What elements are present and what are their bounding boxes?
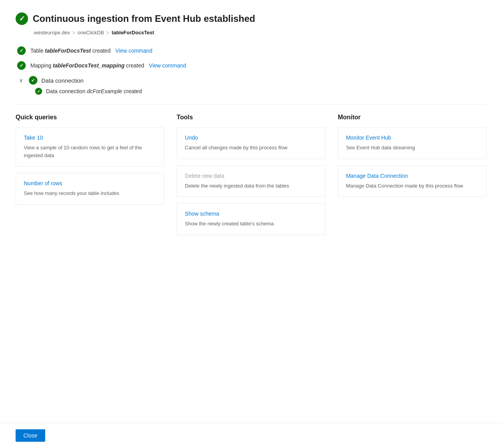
- monitor-section: Monitor Monitor Event Hub See Event Hub …: [338, 114, 486, 241]
- tools-section: Tools Undo Cancel all changes made by th…: [177, 114, 325, 241]
- table-name: tableForDocsTest: [45, 48, 91, 54]
- header-row: Continuous ingestion from Event Hub esta…: [16, 12, 486, 25]
- table-created-row: Table tableForDocsTest created View comm…: [17, 46, 486, 55]
- page-title: Continuous ingestion from Event Hub esta…: [33, 13, 255, 24]
- dc-name: dcForExample: [87, 88, 122, 94]
- breadcrumb-cluster: .westeurope.dev: [33, 30, 70, 35]
- data-connection-check-icon: [29, 76, 37, 85]
- manage-data-connection-card[interactable]: Manage Data Connection Manage Data Conne…: [338, 165, 486, 197]
- main-content: Continuous ingestion from Event Hub esta…: [0, 0, 502, 241]
- dc-created-check-icon: [35, 88, 42, 95]
- take-10-desc: View a sample of 10 random rows to get a…: [24, 144, 156, 159]
- manage-data-connection-desc: Manage Data Connection made by this proc…: [346, 182, 478, 190]
- monitor-event-hub-desc: See Event Hub data streaming: [346, 144, 478, 152]
- show-schema-desc: Show the newly created table's schema: [185, 220, 317, 228]
- undo-desc: Cancel all changes made by this process …: [185, 144, 317, 152]
- monitor-title: Monitor: [338, 114, 486, 121]
- data-connection-sub-row: Data connection dcForExample created: [35, 88, 486, 95]
- number-of-rows-desc: See how many records your table includes: [24, 189, 156, 197]
- view-command-mapping-link[interactable]: View command: [149, 62, 186, 69]
- delete-new-data-title: Delete new data: [185, 173, 317, 179]
- number-of-rows-title: Number of rows: [24, 180, 156, 186]
- dc-created-text: Data connection dcForExample created: [46, 88, 142, 94]
- tools-title: Tools: [177, 114, 325, 121]
- breadcrumb: .westeurope.dev > oneClickDB > tableForD…: [33, 30, 486, 35]
- delete-new-data-card[interactable]: Delete new data Delete the newly ingeste…: [177, 165, 325, 197]
- take-10-title: Take 10: [24, 135, 156, 141]
- breadcrumb-sep-2: >: [106, 30, 110, 35]
- quick-queries-title: Quick queries: [16, 114, 164, 121]
- close-button[interactable]: Close: [16, 429, 45, 442]
- undo-title: Undo: [185, 135, 317, 141]
- take-10-card[interactable]: Take 10 View a sample of 10 random rows …: [16, 127, 164, 166]
- monitor-event-hub-title: Monitor Event Hub: [346, 135, 478, 141]
- expand-data-connection-icon[interactable]: ∨: [17, 76, 25, 84]
- breadcrumb-database: oneClickDB: [78, 30, 104, 35]
- sections-grid: Quick queries Take 10 View a sample of 1…: [16, 114, 486, 241]
- delete-new-data-desc: Delete the newly ingested data from the …: [185, 182, 317, 190]
- mapping-name: tableForDocsTest_mapping: [53, 62, 125, 69]
- undo-card[interactable]: Undo Cancel all changes made by this pro…: [177, 127, 325, 159]
- breadcrumb-sep-1: >: [72, 30, 75, 35]
- monitor-event-hub-card[interactable]: Monitor Event Hub See Event Hub data str…: [338, 127, 486, 159]
- number-of-rows-card[interactable]: Number of rows See how many records your…: [16, 173, 164, 205]
- mapping-created-row: Mapping tableForDocsTest_mapping created…: [17, 61, 486, 70]
- quick-queries-section: Quick queries Take 10 View a sample of 1…: [16, 114, 164, 241]
- footer: Close: [0, 423, 502, 448]
- breadcrumb-table: tableForDocsTest: [112, 30, 154, 35]
- data-connection-row: ∨ Data connection: [17, 76, 486, 85]
- mapping-check-icon: [17, 61, 26, 70]
- mapping-created-text: Mapping tableForDocsTest_mapping created: [30, 62, 144, 69]
- show-schema-card[interactable]: Show schema Show the newly created table…: [177, 203, 325, 235]
- show-schema-title: Show schema: [185, 211, 317, 217]
- manage-data-connection-title: Manage Data Connection: [346, 173, 478, 179]
- table-created-text: Table tableForDocsTest created: [30, 48, 111, 54]
- success-icon-large: [16, 12, 28, 25]
- section-divider: [16, 104, 486, 104]
- table-check-icon: [17, 46, 26, 55]
- data-connection-label: Data connection: [41, 77, 83, 84]
- view-command-table-link[interactable]: View command: [115, 48, 152, 54]
